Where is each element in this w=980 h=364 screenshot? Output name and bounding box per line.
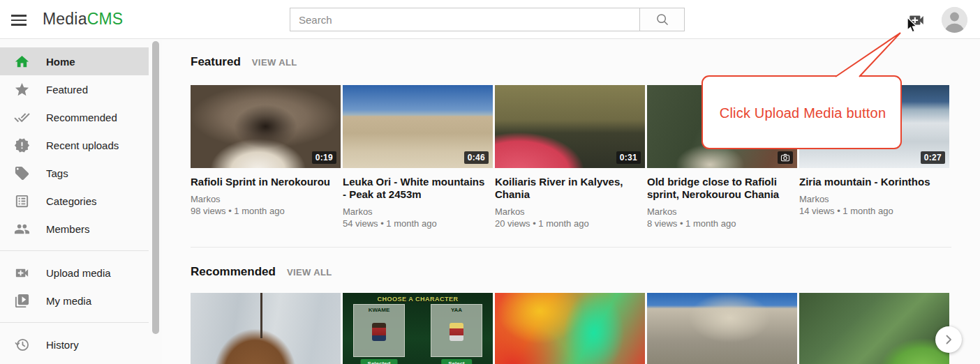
sidebar: Home Featured Recommended Recent uploads… (0, 40, 162, 364)
media-card: 0:19 Rafioli Sprint in Nerokourou Markos… (191, 85, 341, 229)
sidebar-label: Categories (46, 195, 97, 207)
sidebar-item-upload-media[interactable]: Upload media (0, 259, 149, 287)
top-bar: MediaCMS (0, 0, 980, 39)
sidebar-item-featured[interactable]: Featured (0, 75, 149, 103)
app-logo[interactable]: MediaCMS (43, 10, 123, 29)
media-meta: 54 views • 1 month ago (343, 218, 493, 229)
media-author[interactable]: Markos (191, 193, 341, 205)
media-thumbnail[interactable] (799, 293, 949, 364)
section-divider (191, 247, 951, 248)
media-title[interactable]: Leuka Ori - White mountains - Peak at 24… (343, 176, 493, 201)
sidebar-item-categories[interactable]: Categories (0, 187, 149, 215)
sidebar-label: Home (46, 56, 75, 68)
topbar-actions (907, 0, 967, 39)
featured-section: Featured VIEW ALL 0:19 Rafioli Sprint in… (191, 55, 980, 229)
media-thumbnail[interactable]: 0:19 (191, 85, 341, 168)
sidebar-label: Tags (46, 167, 68, 179)
sidebar-label: Members (46, 223, 90, 235)
search-bar (290, 8, 685, 31)
game-thumb-heading: CHOOSE A CHARACTER (343, 296, 493, 303)
search-input[interactable] (290, 8, 640, 31)
logo-text-media: Media (43, 10, 87, 28)
sidebar-item-tags[interactable]: Tags (0, 159, 149, 187)
carousel-next-button[interactable] (935, 326, 962, 353)
duration-badge: 0:19 (312, 151, 336, 164)
search-icon (655, 12, 670, 27)
person-icon (942, 7, 967, 33)
upload-media-button[interactable] (907, 11, 926, 28)
sidebar-divider (0, 250, 149, 251)
sidebar-label: My media (46, 295, 91, 307)
recommended-card-row: CHOOSE A CHARACTER KWAME Selected YAA Se… (191, 293, 980, 364)
duration-badge: 0:27 (921, 151, 945, 164)
media-title[interactable]: Koiliaris River in Kalyves, Chania (495, 176, 645, 201)
members-icon (14, 221, 30, 237)
media-meta: 8 views • 1 month ago (647, 218, 797, 229)
sidebar-label: History (46, 339, 79, 351)
media-thumbnail[interactable] (191, 293, 341, 364)
image-type-badge (778, 151, 793, 164)
media-thumbnail[interactable] (647, 85, 797, 168)
media-thumbnail[interactable] (495, 293, 645, 364)
media-thumbnail[interactable]: 0:31 (495, 85, 645, 168)
media-thumbnail[interactable]: 0:46 (343, 85, 493, 168)
sidebar-item-members[interactable]: Members (0, 215, 149, 243)
duration-badge: 0:46 (464, 151, 489, 164)
menu-icon[interactable] (11, 12, 29, 27)
done-all-icon (14, 109, 30, 126)
star-icon (14, 82, 30, 98)
media-title[interactable]: Old bridge close to Rafioli sprint, Nero… (647, 176, 797, 201)
sidebar-divider (0, 322, 149, 323)
game-character-sprite (450, 323, 463, 341)
sidebar-item-my-media[interactable]: My media (0, 287, 149, 314)
featured-view-all-link[interactable]: VIEW ALL (252, 57, 297, 68)
media-thumbnail[interactable]: CHOOSE A CHARACTER KWAME Selected YAA Se… (343, 293, 493, 364)
camera-icon (780, 153, 790, 162)
media-author[interactable]: Markos (343, 206, 493, 218)
media-author[interactable]: Markos (799, 193, 949, 205)
recommended-section: Recommended VIEW ALL CHOOSE A CHARACTER … (191, 265, 980, 364)
media-title[interactable]: Ziria mountain - Korinthos (799, 176, 949, 188)
media-thumbnail[interactable] (647, 293, 797, 364)
sidebar-label: Featured (46, 84, 88, 96)
media-card: 0:27 Ziria mountain - Korinthos Markos 1… (799, 85, 949, 229)
new-releases-icon (14, 137, 30, 153)
sidebar-label: Recommended (46, 112, 117, 123)
search-button[interactable] (640, 8, 685, 31)
media-meta: 14 views • 1 month ago (799, 205, 949, 217)
media-author[interactable]: Markos (647, 206, 797, 218)
video-call-icon (14, 265, 30, 281)
sidebar-item-history[interactable]: History (0, 331, 149, 358)
main-content: Featured VIEW ALL 0:19 Rafioli Sprint in… (162, 40, 980, 364)
game-select-button: Select (441, 359, 472, 364)
recommended-view-all-link[interactable]: VIEW ALL (287, 267, 332, 278)
user-avatar[interactable] (942, 7, 967, 33)
sidebar-item-home[interactable]: Home (0, 47, 149, 75)
media-meta: 20 views • 1 month ago (495, 218, 645, 229)
sidebar-label: Upload media (46, 267, 111, 279)
media-author[interactable]: Markos (495, 206, 645, 218)
media-thumbnail[interactable]: 0:27 (799, 85, 949, 168)
tag-icon (14, 165, 30, 181)
video-library-icon (14, 293, 30, 309)
section-title-recommended: Recommended (191, 265, 276, 279)
media-card: Old bridge close to Rafioli sprint, Nero… (647, 85, 797, 229)
sidebar-scrollbar[interactable] (152, 41, 159, 334)
history-icon (14, 337, 30, 353)
sidebar-label: Recent uploads (46, 139, 119, 151)
sidebar-item-recent-uploads[interactable]: Recent uploads (0, 131, 149, 159)
game-character-panel: YAA Select (431, 304, 482, 357)
game-character-panel: KWAME Selected (353, 304, 405, 357)
duration-badge: 0:31 (616, 151, 641, 164)
game-character-sprite (372, 323, 386, 341)
section-title-featured: Featured (191, 55, 241, 69)
home-icon (14, 54, 30, 70)
media-title[interactable]: Rafioli Sprint in Nerokourou (191, 176, 341, 188)
media-card: 0:46 Leuka Ori - White mountains - Peak … (343, 85, 493, 229)
video-call-icon (907, 11, 926, 29)
sidebar-item-recommended[interactable]: Recommended (0, 103, 149, 131)
logo-text-cms: CMS (87, 10, 124, 28)
chevron-right-icon (943, 334, 954, 345)
categories-icon (14, 193, 30, 209)
media-meta: 98 views • 1 month ago (191, 205, 341, 217)
